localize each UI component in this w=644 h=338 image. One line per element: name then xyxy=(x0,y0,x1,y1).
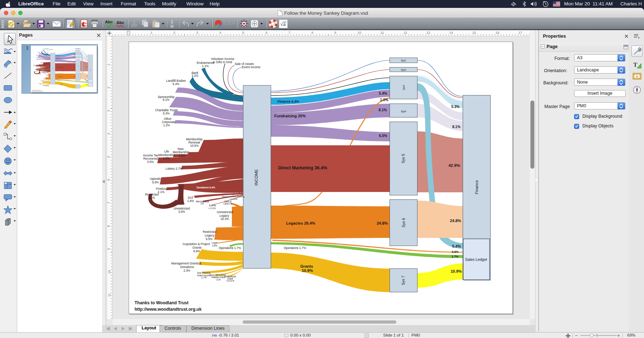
svg-text:< 0.01%: < 0.01% xyxy=(229,198,237,200)
svg-text:Sys3: Sys3 xyxy=(402,85,405,90)
svg-text:Land 1%: Land 1% xyxy=(223,202,233,205)
svg-text:Lottery 2.7%: Lottery 2.7% xyxy=(165,167,182,170)
svg-text:INCOME: INCOME xyxy=(254,169,258,186)
svg-text:Regional Fund Raising: Regional Fund Raising xyxy=(222,195,244,198)
svg-text:Appeals: Appeals xyxy=(149,177,160,180)
svg-text:3.0%: 3.0% xyxy=(178,210,185,213)
svg-text:0.6%: 0.6% xyxy=(212,244,217,247)
svg-text:Thanks to Woodland Trust: Thanks to Woodland Trust xyxy=(134,300,188,305)
svg-text:15.3%: 15.3% xyxy=(220,217,229,221)
svg-text:24.8%: 24.8% xyxy=(376,221,387,225)
svg-text:5.3%: 5.3% xyxy=(163,112,170,115)
svg-text:5.4%: 5.4% xyxy=(172,82,180,86)
svg-text:1.2%: 1.2% xyxy=(163,123,170,127)
svg-text:Direct Marketing 36.4%: Direct Marketing 36.4% xyxy=(278,165,327,170)
svg-text:3.2%: 3.2% xyxy=(191,74,199,78)
svg-text:10.5%: 10.5% xyxy=(190,144,199,147)
svg-text:24.8%: 24.8% xyxy=(450,219,461,223)
svg-text:Operations 1.7%: Operations 1.7% xyxy=(219,246,241,250)
svg-text:5.4%: 5.4% xyxy=(452,244,461,248)
svg-text:9.5%: 9.5% xyxy=(205,237,213,241)
svg-text:3.4%: 3.4% xyxy=(148,196,155,199)
svg-text:Finance: Finance xyxy=(474,180,479,194)
svg-text:6.8%: 6.8% xyxy=(193,249,200,253)
svg-text:Acquisition & Project: Acquisition & Project xyxy=(182,242,210,246)
svg-text:Donations 6.4%: Donations 6.4% xyxy=(196,186,215,189)
svg-text:Finance 4.3%: Finance 4.3% xyxy=(277,99,299,103)
svg-text:3.5%: 3.5% xyxy=(147,160,154,164)
svg-text:1.9%: 1.9% xyxy=(178,154,185,157)
svg-text:Abc: Abc xyxy=(116,20,124,25)
svg-text:Sys 7: Sys 7 xyxy=(401,276,405,285)
svg-text:8.1%: 8.1% xyxy=(378,108,387,112)
svg-text:10.9%: 10.9% xyxy=(450,269,462,273)
svg-text:& Gifts In Kind: & Gifts In Kind xyxy=(213,60,232,64)
svg-text:Operations 1.7%: Operations 1.7% xyxy=(283,246,306,250)
svg-text:Restricted: Restricted xyxy=(202,230,216,234)
svg-text:1.1%: 1.1% xyxy=(202,64,209,68)
svg-text:1.7%: 1.7% xyxy=(201,276,206,279)
svg-text:0.6%: 0.6% xyxy=(452,250,459,254)
svg-text:5.3%: 5.3% xyxy=(451,105,459,109)
svg-text:1.6%: 1.6% xyxy=(187,199,194,203)
svg-text:Legacies 26.4%: Legacies 26.4% xyxy=(286,221,315,225)
svg-text:Sys 6: Sys 6 xyxy=(401,218,405,227)
svg-text:Life: Life xyxy=(164,150,169,153)
svg-text:<0.01%: <0.01% xyxy=(226,280,234,282)
svg-text:Legacy: Legacy xyxy=(205,234,215,237)
svg-text:Sys 5: Sys 5 xyxy=(401,154,405,163)
svg-text:Sys4: Sys4 xyxy=(401,110,406,113)
svg-text:Sales Ledger: Sales Ledger xyxy=(465,257,487,262)
svg-text:Event Income: Event Income xyxy=(242,65,261,69)
svg-text:8.1%: 8.1% xyxy=(452,125,461,129)
svg-text:10.9%: 10.9% xyxy=(301,268,313,273)
svg-text:Unrestricted: Unrestricted xyxy=(216,210,233,214)
svg-text:5.6%: 5.6% xyxy=(152,180,159,184)
svg-text:8.1%: 8.1% xyxy=(162,98,170,102)
svg-text:1.0%: 1.0% xyxy=(380,98,388,102)
svg-text:Management Grants &: Management Grants & xyxy=(171,262,201,265)
svg-text:1%: 1% xyxy=(200,202,204,205)
svg-text:http://www.woodlandtrust.org.u: http://www.woodlandtrust.org.uk xyxy=(134,307,201,312)
svg-text:2.3%: 2.3% xyxy=(183,269,190,272)
svg-text:T: T xyxy=(633,61,638,68)
svg-text:Grants: Grants xyxy=(192,246,201,249)
svg-text:6.5%: 6.5% xyxy=(379,134,387,138)
svg-text:1.0%: 1.0% xyxy=(163,156,170,160)
svg-text:5.4%: 5.4% xyxy=(379,91,387,95)
svg-text:Sys2: Sys2 xyxy=(401,69,406,71)
svg-text:Grants: Grants xyxy=(300,264,313,268)
svg-text:Donations: Donations xyxy=(180,265,194,269)
svg-text:1.7%: 1.7% xyxy=(451,255,458,258)
svg-text:Sys1: Sys1 xyxy=(401,59,406,62)
svg-text:Fundraising 20%: Fundraising 20% xyxy=(274,114,306,118)
svg-text:< 0.1%: < 0.1% xyxy=(208,207,215,210)
svg-text:2.1%: 2.1% xyxy=(158,190,165,194)
svg-text:Events: Events xyxy=(209,204,216,207)
svg-text:42.9%: 42.9% xyxy=(448,163,460,168)
svg-text:<1%: <1% xyxy=(216,278,220,281)
